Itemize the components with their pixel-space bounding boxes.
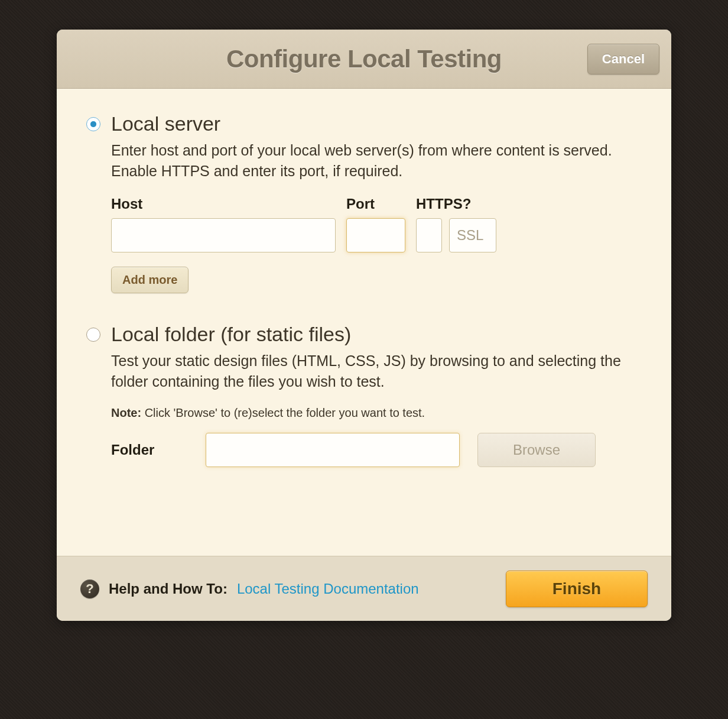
local-folder-radio[interactable] — [86, 328, 100, 342]
host-label: Host — [111, 196, 336, 212]
host-input[interactable] — [111, 218, 336, 252]
https-label: HTTPS? — [416, 196, 496, 212]
port-label: Port — [346, 196, 405, 212]
local-folder-description: Test your static design files (HTML, CSS… — [111, 351, 642, 392]
local-folder-option: Local folder (for static files) Test you… — [86, 323, 642, 467]
add-more-button[interactable]: Add more — [111, 267, 188, 293]
help-link[interactable]: Local Testing Documentation — [237, 581, 419, 597]
help-icon[interactable]: ? — [80, 579, 99, 598]
local-server-title: Local server — [111, 112, 642, 135]
folder-label: Folder — [111, 442, 188, 458]
help-text: Help and How To: — [109, 581, 228, 597]
configure-local-testing-dialog: Configure Local Testing Cancel Local ser… — [57, 30, 671, 621]
folder-input[interactable] — [206, 433, 460, 467]
local-server-description: Enter host and port of your local web se… — [111, 140, 642, 182]
browse-button[interactable]: Browse — [477, 433, 596, 467]
dialog-header: Configure Local Testing Cancel — [57, 30, 671, 89]
cancel-button[interactable]: Cancel — [587, 44, 659, 75]
dialog-body: Local server Enter host and port of your… — [57, 89, 671, 556]
dialog-title: Configure Local Testing — [226, 45, 502, 73]
port-input[interactable] — [346, 218, 405, 252]
local-server-option: Local server Enter host and port of your… — [86, 112, 642, 293]
local-folder-title: Local folder (for static files) — [111, 323, 642, 346]
note-text: Click 'Browse' to (re)select the folder … — [141, 406, 425, 419]
local-folder-note: Note: Click 'Browse' to (re)select the f… — [111, 406, 642, 420]
ssl-port-input[interactable] — [449, 218, 496, 252]
dialog-footer: ? Help and How To: Local Testing Documen… — [57, 556, 671, 621]
local-server-radio[interactable] — [86, 117, 100, 131]
https-checkbox[interactable] — [416, 218, 442, 252]
note-prefix: Note: — [111, 406, 141, 419]
finish-button[interactable]: Finish — [506, 571, 648, 607]
